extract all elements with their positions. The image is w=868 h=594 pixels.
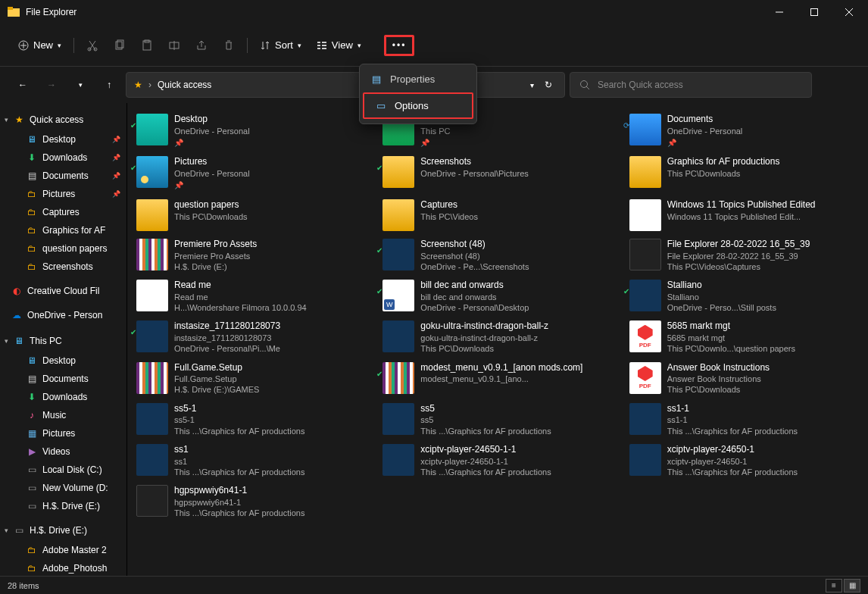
- sidebar-hs-adobe-photosh[interactable]: 🗀Adobe_Photosh: [0, 559, 126, 576]
- file-thumb: [136, 403, 168, 435]
- file-item[interactable]: Windows 11 Topics Published EditedWindow…: [625, 196, 863, 234]
- sidebar-creative-cloud[interactable]: ◐ Creative Cloud Fil: [0, 282, 126, 300]
- file-item[interactable]: hgpspwwiy6n41-1hgpspwwiy6n41-1This ...\G…: [132, 482, 370, 521]
- file-item[interactable]: Graphics for AF productionsThis PC\Downl…: [625, 153, 863, 194]
- new-button[interactable]: New ▾: [12, 35, 67, 55]
- chevron-down-icon[interactable]: ▾: [526, 77, 539, 94]
- close-button[interactable]: [832, 0, 866, 24]
- sidebar-pc-desktop[interactable]: 🖥Desktop: [0, 352, 126, 370]
- maximize-button[interactable]: [797, 0, 832, 24]
- sidebar-quick-downloads[interactable]: ⬇Downloads📌: [0, 148, 126, 167]
- file-item[interactable]: ⟳DocumentsOneDrive - Personal📌: [625, 111, 863, 152]
- sidebar-quick-captures[interactable]: 🗀Captures: [0, 203, 126, 221]
- file-item[interactable]: Full.Game.SetupFull.Game.SetupH.$. Drive…: [132, 359, 370, 399]
- sidebar-hs-drive-header[interactable]: ▾ ▭ H.$. Drive (E:): [0, 520, 126, 541]
- file-location: Stalliano: [667, 292, 859, 302]
- file-item[interactable]: ss1ss1This ...\Graphics for AF productio…: [132, 441, 370, 480]
- file-item[interactable]: CapturesThis PC\Videos: [378, 196, 617, 234]
- menu-properties[interactable]: ▤ Properties: [360, 67, 476, 91]
- file-pane[interactable]: ✔DesktopOneDrive - Personal📌DownloadsThi…: [127, 103, 868, 576]
- sidebar-quick-screenshots[interactable]: 🗀Screenshots: [0, 258, 126, 276]
- sidebar-pc-pictures[interactable]: ▦Pictures: [0, 424, 126, 442]
- sidebar-quick-graphics-for-af[interactable]: 🗀Graphics for AF: [0, 221, 126, 239]
- address-bar[interactable]: ★ › Quick access ▾ ↻: [126, 72, 565, 98]
- chevron-down-icon: ▾: [58, 42, 61, 49]
- file-item[interactable]: Premiere Pro AssetsPremiere Pro AssetsH.…: [132, 236, 370, 275]
- view-button[interactable]: View ▾: [311, 35, 367, 55]
- search-icon: [579, 80, 590, 90]
- file-location: ss5: [420, 414, 612, 425]
- cut-button[interactable]: [80, 35, 105, 56]
- file-item[interactable]: question papersThis PC\Downloads: [132, 196, 370, 234]
- search-input[interactable]: Search Quick access: [570, 72, 812, 98]
- chevron-down-icon: ▾: [358, 42, 361, 49]
- forward-button[interactable]: →: [39, 73, 64, 97]
- file-thumb: PDF: [629, 320, 661, 352]
- sidebar-pc-documents[interactable]: ▤Documents: [0, 370, 126, 388]
- sidebar-pc-videos[interactable]: ▶Videos: [0, 442, 126, 461]
- sidebar-hs-adobe-master-2[interactable]: 🗀Adobe Master 2: [0, 541, 126, 559]
- window-title: File Explorer: [26, 7, 76, 17]
- sidebar-quick-desktop[interactable]: 🖥Desktop📌: [0, 130, 126, 148]
- file-item[interactable]: ✔ScreenshotsOneDrive - Personal\Pictures: [378, 153, 617, 194]
- file-item[interactable]: ✔DesktopOneDrive - Personal📌: [132, 111, 370, 152]
- view-label: View: [332, 39, 353, 51]
- back-button[interactable]: ←: [11, 73, 35, 97]
- file-item[interactable]: xciptv-player-24650-1xciptv-player-24650…: [625, 441, 863, 480]
- file-item[interactable]: ✔instasize_1711280128073instasize_171128…: [132, 317, 370, 357]
- sidebar-pc-new-volume-d-[interactable]: ▭New Volume (D:: [0, 479, 126, 497]
- minimize-button[interactable]: [762, 0, 797, 24]
- file-name: Windows 11 Topics Published Edited: [667, 199, 859, 211]
- file-item[interactable]: ✔StallianoStallianoOneDrive - Perso...\S…: [625, 277, 863, 316]
- copy-button[interactable]: [108, 35, 132, 56]
- file-thumb: [382, 403, 414, 435]
- file-item[interactable]: goku-ultra-instinct-dragon-ball-zgoku-ul…: [378, 317, 617, 357]
- file-item[interactable]: ss5ss5This ...\Graphics for AF productio…: [378, 400, 617, 439]
- file-item[interactable]: PDFAnswer Book InstructionsAnswer Book I…: [625, 359, 863, 399]
- up-button[interactable]: ↑: [97, 73, 121, 97]
- file-item[interactable]: ✔bill dec and onwardsbill dec and onward…: [378, 277, 617, 316]
- recent-button[interactable]: ▾: [68, 73, 92, 97]
- file-item[interactable]: ✔Screenshot (48)Screenshot (48)OneDrive …: [378, 236, 617, 275]
- more-button[interactable]: •••: [384, 35, 415, 56]
- menu-options[interactable]: ▭ Options: [363, 92, 473, 119]
- file-item[interactable]: xciptv-player-24650-1-1xciptv-player-246…: [378, 441, 617, 480]
- paste-button[interactable]: [135, 35, 159, 56]
- sync-ok-icon: ✔: [130, 121, 136, 130]
- file-item[interactable]: ✔PicturesOneDrive - Personal📌: [132, 153, 370, 194]
- sidebar-this-pc-header[interactable]: ▾ 🖥 This PC: [0, 330, 126, 352]
- delete-button[interactable]: [217, 35, 241, 56]
- details-view-toggle[interactable]: ≡: [826, 579, 842, 592]
- file-item[interactable]: PDF5685 markt mgt5685 markt mgtThis PC\D…: [625, 317, 863, 357]
- sidebar-quick-access-header[interactable]: ▾ ★ Quick access: [0, 109, 126, 130]
- file-item[interactable]: File Explorer 28-02-2022 16_55_39File Ex…: [625, 236, 863, 275]
- file-item[interactable]: Read meRead meH...\Wondershare Filmora 1…: [132, 277, 370, 316]
- tiles-view-toggle[interactable]: ▦: [844, 579, 860, 592]
- sidebar-quick-pictures[interactable]: 🗀Pictures📌: [0, 185, 126, 203]
- breadcrumb[interactable]: Quick access: [158, 80, 211, 90]
- file-item[interactable]: ss1-1ss1-1This ...\Graphics for AF produ…: [625, 400, 863, 439]
- pin-icon: 📌: [174, 138, 183, 148]
- sidebar-onedrive[interactable]: ☁ OneDrive - Person: [0, 306, 126, 324]
- rename-button[interactable]: [162, 35, 186, 56]
- file-name: Screenshot (48): [420, 239, 612, 251]
- sidebar-pc-h-drive-e-[interactable]: ▭H.$. Drive (E:): [0, 497, 126, 515]
- sidebar-pc-music[interactable]: ♪Music: [0, 406, 126, 424]
- properties-icon: ▤: [370, 73, 382, 85]
- file-item[interactable]: ss5-1ss5-1This ...\Graphics for AF produ…: [132, 400, 370, 439]
- sidebar-quick-question-papers[interactable]: 🗀question papers: [0, 239, 126, 258]
- share-button[interactable]: [189, 35, 214, 56]
- file-name: Answer Book Instructions: [667, 362, 859, 374]
- file-item[interactable]: ✔modest_menu_v0.9.1_[anon mods.com]modes…: [378, 359, 617, 399]
- sidebar-hs-label: H.$. Drive (E:): [30, 525, 87, 536]
- refresh-button[interactable]: ↻: [540, 75, 557, 95]
- file-thumb: [136, 485, 168, 517]
- sort-button[interactable]: Sort ▾: [254, 35, 308, 55]
- menu-properties-label: Properties: [390, 73, 435, 85]
- sidebar-pc-local-disk-c-[interactable]: ▭Local Disk (C:): [0, 461, 126, 479]
- file-thumb: [136, 199, 168, 231]
- sidebar-quick-documents[interactable]: ▤Documents📌: [0, 167, 126, 185]
- file-location: hgpspwwiy6n41-1: [174, 497, 366, 508]
- sidebar-creative-label: Creative Cloud Fil: [27, 286, 99, 296]
- sidebar-pc-downloads[interactable]: ⬇Downloads: [0, 388, 126, 406]
